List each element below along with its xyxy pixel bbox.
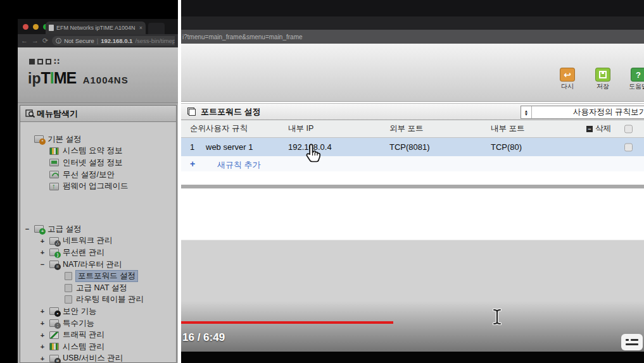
screenshot-stage: EFM Networks ipTIME A1004N × ← → ⟳ i Not… [0,0,644,363]
sidebar-item-label[interactable]: 무선 설정/보안 [63,169,115,180]
sidebar-item-label[interactable]: 기본 설정 [47,134,81,145]
row-delete-checkbox[interactable] [624,143,633,151]
sidebar-item[interactable]: +:특수기능 [20,317,176,329]
folder-icon: ) [49,249,59,256]
port-forward-icon [187,108,196,116]
folder-icon: : [49,319,59,327]
column-header: 사용자 규칙 [206,120,248,137]
browser-tab[interactable]: EFM Networks ipTIME A1004N × [46,22,146,34]
sidebar-item-label[interactable]: 고급 NAT 설정 [76,283,127,293]
sidebar-item[interactable]: *기본 설정 [20,133,176,145]
folder-icon: • [49,307,59,315]
hand-cursor [304,143,323,164]
folder-icon: ∴ [49,237,59,245]
back-icon[interactable]: ← [21,37,28,44]
sidebar-item[interactable]: +•보안 기능 [20,305,176,317]
info-icon[interactable]: i [56,38,61,44]
sidebar-item[interactable]: 무선 설정/보안 [20,169,176,181]
sidebar-item[interactable]: 시스템 요약 정보 [20,145,176,157]
sidebar-item[interactable]: 라우팅 테이블 관리 [20,294,176,306]
leaf-icon [65,272,72,280]
sidebar-item-label[interactable]: 무선랜 관리 [63,247,104,258]
sidebar-item[interactable]: +)무선랜 관리 [20,247,176,259]
sidebar-item[interactable]: 펌웨어 업그레이드 [20,180,176,192]
tree-expander-icon[interactable]: − [39,261,46,268]
forward-icon[interactable]: → [32,37,39,44]
reload-icon[interactable]: ⟳ [42,37,48,44]
sidebar-item-label[interactable]: 네트워크 관리 [63,235,112,246]
sidebar-item-label[interactable]: USB/서비스 관리 [63,353,123,363]
browser-tabbar: EFM Networks ipTIME A1004N × [18,19,178,34]
chart-icon [49,343,59,350]
sidebar-item[interactable]: 포트포워드 설정 [20,270,176,282]
select-all-checkbox[interactable] [624,125,633,133]
tree-expander-icon[interactable]: + [39,249,46,256]
delete-all-header[interactable]: − 삭제 [586,120,611,137]
sidebar-item-label[interactable]: 포트포워드 설정 [76,271,137,281]
sidebar-item[interactable]: +트래픽 관리 [20,329,176,341]
header-band-left: ∷ ipTIME A1004NS [18,47,178,103]
traffic-lights[interactable] [23,24,49,30]
sidebar-item-label[interactable]: 트래픽 관리 [63,329,104,340]
sidebar-item[interactable]: −+고급 설정 [20,223,176,235]
close-window-icon[interactable] [23,24,28,30]
tab-close-icon[interactable]: × [139,25,142,31]
sidebar-item-label[interactable]: 인터넷 설정 정보 [63,157,122,168]
header-band-right: ↩ 다시 저장 ? 도움말 [181,44,644,102]
folder-icon: ¤ [49,355,59,362]
row-rule-name[interactable]: web server 1 [206,138,253,156]
add-rule-link[interactable]: 새규칙 추가 [217,159,261,171]
tree-expander-icon[interactable]: + [39,331,46,339]
tree-expander-icon[interactable]: + [39,319,46,327]
sidebar-title: 메뉴탐색기 [37,108,78,120]
help-button[interactable]: ? 도움말 [624,68,644,91]
sidebar-item[interactable]: 인터넷 설정 정보 [20,157,176,169]
panel-title: 포트포워드 설정 [201,106,261,118]
rule-edit-form: 규칙이름 web server 1 포트포워드 사용자정의 ▲▼ 규칙 비활성화… [181,240,644,352]
reset-button[interactable]: ↩ 다시 [553,68,582,91]
main-content-pane: i?tmenu=main_frame&smenu=main_frame ↩ 다시… [181,0,644,363]
sidebar-item[interactable]: −≡NAT/라우터 관리 [20,259,176,271]
sidebar-item-label[interactable]: 특수기능 [63,318,94,329]
sidebar-item-label[interactable]: 라우팅 테이블 관리 [76,294,144,305]
sidebar-item[interactable]: +∴네트워크 관리 [20,235,176,247]
page-favicon [49,25,54,31]
sidebar-item[interactable]: +시스템 관리 [20,341,176,353]
sidebar-item-label[interactable]: 고급 설정 [47,224,81,235]
sidebar-item[interactable]: +¤USB/서비스 관리 [20,353,176,363]
tree-expander-icon[interactable]: + [39,307,46,315]
new-tab-button[interactable] [148,23,165,34]
select-stepper-icon: ▲▼ [521,106,532,118]
sidebar-item-label[interactable]: 보안 기능 [63,306,96,317]
row-external-port: TCP(8081) [389,138,430,156]
folder-icon: * [34,135,44,143]
video-letterbox-bar [181,352,644,363]
browser-window: EFM Networks ipTIME A1004N × ← → ⟳ i Not… [18,19,178,363]
table-row[interactable]: 1 web server 1 192.168.0.4 TCP(8081) TCP… [181,138,644,156]
save-button[interactable]: 저장 [588,68,617,91]
iptime-logo: ipTIME A1004NS [28,69,129,87]
brand-squares-icon: ∷ [29,59,60,65]
page-toolbar-icons: ↩ 다시 저장 ? 도움말 [553,68,644,91]
column-header: 내부 IP [288,120,313,137]
minimize-window-icon[interactable] [33,24,39,30]
folder-icon: ≡ [49,261,59,268]
captions-icon[interactable] [621,334,643,350]
plus-icon: + [190,159,195,169]
tree-expander-icon[interactable]: + [39,237,46,245]
tree-expander-icon[interactable]: − [24,225,30,233]
model-label: A1004NS [83,75,129,85]
add-rule-row[interactable]: + 새규칙 추가 [181,156,644,171]
column-header: 순위 [190,120,206,137]
tree-expander-icon[interactable]: + [39,355,46,362]
delete-all-icon: − [586,126,593,132]
tree-expander-icon[interactable]: + [39,343,46,350]
rule-view-select[interactable]: ▲▼ 사용자정의 규칙보기 [521,106,644,119]
url-path: /sess-bin/timepro.c [135,37,175,44]
sidebar-item-label[interactable]: 시스템 요약 정보 [63,145,122,156]
sidebar-item-label[interactable]: NAT/라우터 관리 [63,259,122,270]
sidebar-item[interactable]: 고급 NAT 설정 [20,282,176,294]
url-bar[interactable]: i Not Secure | 192.168.0.1/sess-bin/time… [52,36,175,46]
sidebar-item-label[interactable]: 펌웨어 업그레이드 [63,181,128,192]
sidebar-item-label[interactable]: 시스템 관리 [63,341,104,352]
